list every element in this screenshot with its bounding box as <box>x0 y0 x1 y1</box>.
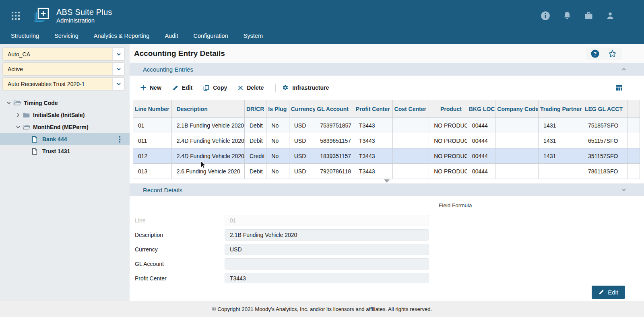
new-button[interactable]: New <box>140 84 161 91</box>
nav-item-audit[interactable]: Audit <box>165 31 178 40</box>
column-header-filler <box>627 100 640 118</box>
column-header-gl-account[interactable]: GL Account <box>315 100 354 118</box>
sidebar-dropdown-3[interactable]: Auto Receivables Trust 2020-1 <box>2 77 125 91</box>
tree-item-label: MonthEnd (MEPerm) <box>33 124 89 130</box>
column-header-line-number[interactable]: Line Number <box>133 100 172 118</box>
table-cell: 7920786118 <box>315 164 354 179</box>
sidebar-dropdown-1[interactable]: Auto_CA <box>2 47 125 61</box>
file-icon <box>32 148 42 155</box>
column-header-cost-center[interactable]: Cost Center <box>392 100 429 118</box>
column-header-company-code[interactable]: Company Code <box>495 100 539 118</box>
table-row[interactable]: 0122.4D Funding Vehicle 2020CreditNoUSD1… <box>133 148 640 164</box>
record-details-form: Field Formula LineDescriptionCurrencyGL … <box>130 196 644 283</box>
entries-grid: Line NumberDescriptionDR/CRIs PlugCurren… <box>133 100 641 183</box>
field-input-gl-account[interactable] <box>225 258 429 270</box>
column-header-bkg-loc[interactable]: BKG LOC <box>467 100 495 118</box>
chevron-down-icon[interactable] <box>112 78 124 90</box>
app-header: ABS Suite Plus Administration <box>0 0 644 31</box>
nav-item-analytics-reporting[interactable]: Analytics & Reporting <box>94 31 150 40</box>
table-cell: 2.6 Funding Vehicle 2020 <box>171 164 244 179</box>
column-header-product[interactable]: Product <box>429 100 467 118</box>
nav-item-system[interactable]: System <box>244 31 263 40</box>
triangle-down-icon[interactable] <box>384 179 390 183</box>
table-cell: 00444 <box>467 118 495 133</box>
chevron-down-icon[interactable] <box>112 63 124 75</box>
edit-record-button[interactable]: Edit <box>592 286 625 299</box>
chevron-down-icon[interactable] <box>621 187 626 192</box>
column-header-dr-cr[interactable]: DR/CR <box>244 100 266 118</box>
tree-item-initialsale-initsale[interactable]: InitialSale (InitSale) <box>0 109 130 121</box>
briefcase-icon[interactable] <box>584 11 594 21</box>
form-field-profit-center: Profit Center <box>135 273 644 283</box>
field-input-currency[interactable] <box>225 244 429 255</box>
table-cell-filler <box>627 148 640 164</box>
record-action-bar: Edit <box>130 283 644 301</box>
entries-toolbar: New Edit Copy Delete Infrastructure <box>130 76 644 100</box>
column-header-is-plug[interactable]: Is Plug <box>266 100 289 118</box>
chevron-right-icon[interactable] <box>13 113 23 117</box>
column-header-leg-gl-acct[interactable]: LEG GL ACCT <box>583 100 627 118</box>
page-title: Accounting Entry Details <box>134 49 225 58</box>
table-row[interactable]: 0112.4D Funding Vehicle 2020DebitNoUSD58… <box>133 133 640 148</box>
sidebar-dropdown-2[interactable]: Active <box>2 62 125 76</box>
accounting-entries-section-header[interactable]: Accounting Entries <box>130 63 644 76</box>
tree-item-bank-444[interactable]: Bank 444 <box>0 133 130 145</box>
page-title-row: Accounting Entry Details ? <box>130 44 644 63</box>
record-details-section-header[interactable]: Record Details <box>130 183 644 196</box>
chevron-down-icon[interactable] <box>4 101 13 105</box>
table-cell: 1431 <box>539 133 583 148</box>
column-header-trading-partner[interactable]: Trading Partner <box>539 100 583 118</box>
table-cell-filler <box>627 118 640 133</box>
tree-item-trust-1431[interactable]: Trust 1431 <box>0 145 130 157</box>
chevron-up-icon[interactable] <box>621 67 626 72</box>
form-field-description: Description <box>135 229 644 241</box>
section-title: Record Details <box>143 187 182 193</box>
table-cell: 2.1B Funding Vehicle 2020 <box>171 118 244 133</box>
table-cell: 1431 <box>539 148 583 164</box>
table-row[interactable]: 012.1B Funding Vehicle 2020DebitNoUSD753… <box>133 118 640 133</box>
app-window: ABS Suite Plus Administration Structurin… <box>0 0 644 317</box>
field-input-profit-center[interactable] <box>225 273 429 283</box>
column-header-currency[interactable]: Currency <box>289 100 315 118</box>
folder-open-icon <box>23 124 33 130</box>
table-cell: No <box>266 148 289 164</box>
field-label: Description <box>135 232 225 238</box>
nav-item-servicing[interactable]: Servicing <box>54 31 78 40</box>
favorite-star-icon[interactable] <box>608 49 617 58</box>
nav-item-structuring[interactable]: Structuring <box>11 31 39 40</box>
apps-grid-icon[interactable] <box>11 11 20 20</box>
table-cell: Credit <box>244 148 266 164</box>
delete-x-icon <box>238 85 243 91</box>
column-header-profit-center[interactable]: Profit Center <box>354 100 392 118</box>
item-menu-kebab-icon[interactable] <box>118 135 122 144</box>
delete-button-label: Delete <box>247 84 264 91</box>
table-cell: 012 <box>133 148 172 164</box>
tree-item-label: Trust 1431 <box>42 148 70 154</box>
field-input-description[interactable] <box>225 229 429 241</box>
nav-item-configuration[interactable]: Configuration <box>193 31 228 40</box>
tree-item-label: InitialSale (InitSale) <box>33 112 85 118</box>
profile-icon[interactable] <box>605 11 615 21</box>
table-cell: 1431 <box>539 118 583 133</box>
dropdown-value: Auto_CA <box>3 48 112 60</box>
delete-button[interactable]: Delete <box>238 84 264 91</box>
table-cell <box>392 164 429 179</box>
plus-icon <box>140 85 146 91</box>
help-icon[interactable]: ? <box>590 49 600 58</box>
edit-button-label: Edit <box>182 84 192 91</box>
edit-button[interactable]: Edit <box>172 84 192 91</box>
table-cell: Debit <box>244 118 266 133</box>
column-header-description[interactable]: Description <box>171 100 244 118</box>
table-row[interactable]: 0132.6 Funding Vehicle 2020DebitNoUSD792… <box>133 164 640 179</box>
column-settings-icon[interactable] <box>616 85 623 91</box>
tree-item-monthend-meperm[interactable]: MonthEnd (MEPerm) <box>0 121 130 133</box>
chevron-down-icon[interactable] <box>13 125 23 130</box>
copy-button[interactable]: Copy <box>203 84 227 91</box>
chevron-down-icon[interactable] <box>112 48 124 60</box>
info-icon[interactable] <box>540 10 551 21</box>
table-cell <box>495 118 539 133</box>
tree-item-timing-code[interactable]: Timing Code <box>0 97 130 109</box>
notifications-icon[interactable] <box>562 11 572 21</box>
infrastructure-button[interactable]: Infrastructure <box>282 84 329 91</box>
table-cell <box>392 133 429 148</box>
